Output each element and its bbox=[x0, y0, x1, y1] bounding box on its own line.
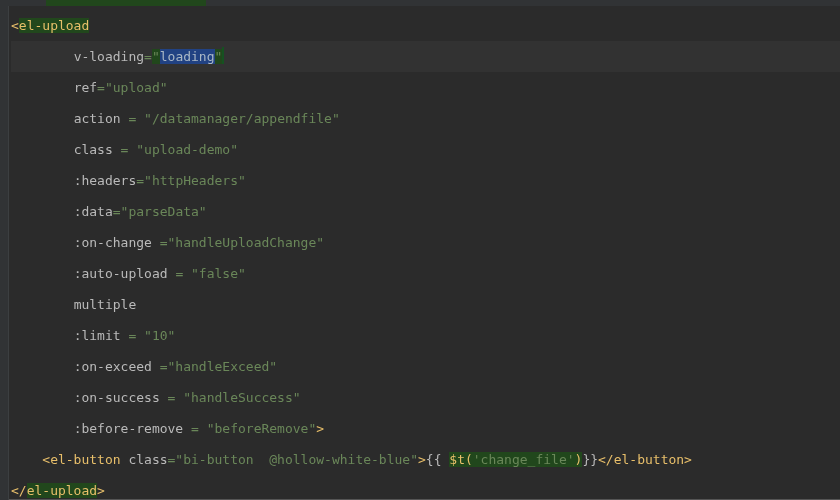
code-line-content: :on-exceed ="handleExceed" bbox=[11, 357, 277, 377]
code-line[interactable]: </el-upload> bbox=[11, 475, 840, 500]
token-attr: multiple bbox=[74, 297, 137, 312]
token-attr: class bbox=[128, 452, 167, 467]
code-line[interactable]: action = "/datamanager/appendfile" bbox=[11, 103, 840, 134]
code-line-content: :before-remove = "beforeRemove"> bbox=[11, 419, 324, 439]
token-str: = "handleSuccess" bbox=[168, 390, 301, 405]
token-hi-green2: " bbox=[152, 49, 160, 64]
code-line-content: :on-success = "handleSuccess" bbox=[11, 388, 301, 408]
token-hi-green2: " bbox=[215, 49, 223, 64]
code-line[interactable]: :limit = "10" bbox=[11, 320, 840, 351]
token-tag: </el-button> bbox=[598, 452, 692, 467]
code-line[interactable]: :on-change ="handleUploadChange" bbox=[11, 227, 840, 258]
code-line-content: ref="upload" bbox=[11, 78, 168, 98]
token-attr: :on-exceed bbox=[74, 359, 160, 374]
token-attr: :on-success bbox=[74, 390, 168, 405]
code-line[interactable]: <el-upload bbox=[11, 10, 840, 41]
token-attr: action bbox=[74, 111, 129, 126]
token-tag: > bbox=[316, 421, 324, 436]
token-attr: :data bbox=[74, 204, 113, 219]
code-line[interactable]: :headers="httpHeaders" bbox=[11, 165, 840, 196]
token-caret-bg bbox=[222, 47, 224, 64]
code-line-content: v-loading="loading" bbox=[11, 47, 224, 67]
token-tag: > bbox=[418, 452, 426, 467]
token-tag: < bbox=[11, 18, 19, 33]
code-line[interactable]: :auto-upload = "false" bbox=[11, 258, 840, 289]
token-attr: v-loading bbox=[74, 49, 144, 64]
token-str: ="handleUploadChange" bbox=[160, 235, 324, 250]
token-attr: }} bbox=[582, 452, 598, 467]
code-line-content: :limit = "10" bbox=[11, 326, 175, 346]
code-line-content: action = "/datamanager/appendfile" bbox=[11, 109, 340, 129]
code-line-content: </el-upload> bbox=[11, 481, 105, 500]
code-line[interactable]: v-loading="loading" bbox=[11, 41, 840, 72]
code-line[interactable]: <el-button class="bi-button @hollow-whit… bbox=[11, 444, 840, 475]
token-tag: <el-button bbox=[42, 452, 128, 467]
code-area[interactable]: <el-upload v-loading="loading" ref="uplo… bbox=[9, 6, 840, 500]
token-attr: :auto-upload bbox=[74, 266, 176, 281]
code-line-content: <el-button class="bi-button @hollow-whit… bbox=[11, 450, 692, 470]
token-str: = "false" bbox=[175, 266, 245, 281]
token-str: = "10" bbox=[128, 328, 175, 343]
token-str: ="httpHeaders" bbox=[136, 173, 246, 188]
token-hi-green: el-upload bbox=[19, 18, 89, 33]
token-tag: > bbox=[97, 483, 105, 498]
token-attr: class bbox=[74, 142, 121, 157]
code-line[interactable]: :on-exceed ="handleExceed" bbox=[11, 351, 840, 382]
token-str: = "/datamanager/appendfile" bbox=[128, 111, 339, 126]
token-tag: </ bbox=[11, 483, 27, 498]
token-str: ="bi-button @hollow-white-blue" bbox=[168, 452, 418, 467]
token-hi-green: $t( bbox=[449, 452, 472, 467]
code-line[interactable]: :before-remove = "beforeRemove"> bbox=[11, 413, 840, 444]
token-attr: ref bbox=[74, 80, 97, 95]
token-attr: :limit bbox=[74, 328, 129, 343]
token-str: = "beforeRemove" bbox=[191, 421, 316, 436]
token-str: ="handleExceed" bbox=[160, 359, 277, 374]
code-line[interactable]: class = "upload-demo" bbox=[11, 134, 840, 165]
code-editor[interactable]: <el-upload v-loading="loading" ref="uplo… bbox=[0, 0, 840, 500]
token-str: = bbox=[144, 49, 152, 64]
token-attr: :on-change bbox=[74, 235, 160, 250]
token-sel: loading bbox=[160, 49, 215, 64]
code-line-content: :auto-upload = "false" bbox=[11, 264, 246, 284]
code-line[interactable]: :data="parseData" bbox=[11, 196, 840, 227]
code-line-content: :on-change ="handleUploadChange" bbox=[11, 233, 324, 253]
code-line[interactable]: multiple bbox=[11, 289, 840, 320]
code-line[interactable]: ref="upload" bbox=[11, 72, 840, 103]
code-line[interactable]: :on-success = "handleSuccess" bbox=[11, 382, 840, 413]
token-str: ="parseData" bbox=[113, 204, 207, 219]
gutter[interactable] bbox=[0, 6, 9, 500]
token-attr: :headers bbox=[74, 173, 137, 188]
code-line-content: <el-upload bbox=[11, 16, 89, 36]
token-hi-green: el-upload bbox=[27, 483, 97, 498]
token-hi-green2: 'change_file' bbox=[473, 452, 575, 467]
token-attr: {{ bbox=[426, 452, 449, 467]
code-line-content: multiple bbox=[11, 295, 136, 315]
code-line-content: :headers="httpHeaders" bbox=[11, 171, 246, 191]
token-str: ="upload" bbox=[97, 80, 167, 95]
token-attr: :before-remove bbox=[74, 421, 191, 436]
code-line-content: class = "upload-demo" bbox=[11, 140, 238, 160]
token-str: = "upload-demo" bbox=[121, 142, 238, 157]
code-line-content: :data="parseData" bbox=[11, 202, 207, 222]
